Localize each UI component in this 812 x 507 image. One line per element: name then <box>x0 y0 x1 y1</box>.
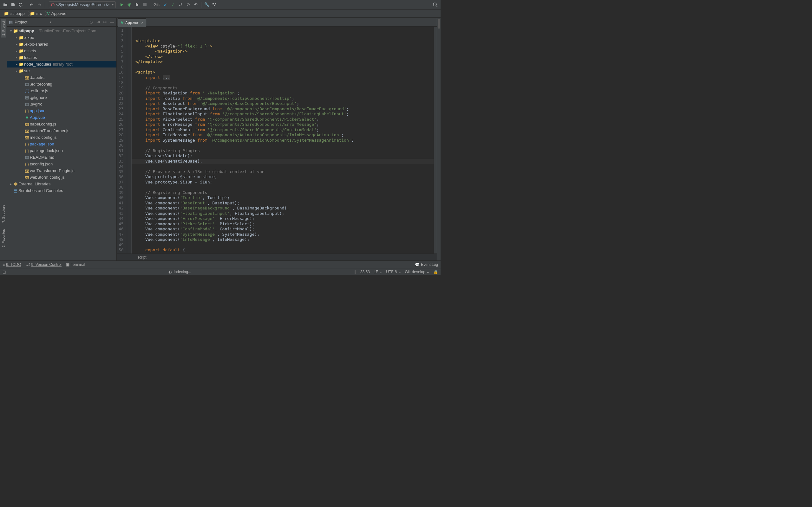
tree-row[interactable]: JS metro.config.js <box>7 134 116 141</box>
vcs-tool[interactable]: ⎇ 9: Version Control <box>26 262 61 267</box>
folder-icon: 📁 <box>30 11 35 16</box>
tree-row[interactable]: { } package-lock.json <box>7 147 116 154</box>
breadcrumb-project[interactable]: 📁 stilpapp <box>2 10 28 16</box>
expand-icon[interactable]: ▾ <box>9 29 13 33</box>
tree-label: locales <box>24 55 37 60</box>
hide-icon[interactable]: — <box>109 20 114 24</box>
todo-tool[interactable]: ≡ 6: TODO <box>3 262 21 267</box>
line-gutter: 1 2 3 4 5 6 7 8 16 17 18 19 20 21 22 23 … <box>117 26 127 253</box>
status-right: ║ 33:53 LF ⌄ UTF-8 ⌄ Git: develop ⌄ 🔒 <box>354 270 438 274</box>
tree-row[interactable]: JS webStorm.config.js <box>7 174 116 181</box>
project-panel-title[interactable]: Project <box>14 20 48 24</box>
tab-app-vue[interactable]: V App.vue × <box>118 18 146 26</box>
forward-icon[interactable] <box>36 1 43 8</box>
tree-row[interactable]: { } package.json <box>7 141 116 147</box>
tree-row[interactable]: ▸ 📁 .expo-shared <box>7 41 116 48</box>
breadcrumb-folder[interactable]: 📁 src <box>28 10 45 16</box>
lock-icon[interactable]: 🔒 <box>433 270 438 274</box>
open-icon[interactable] <box>2 1 9 8</box>
close-icon[interactable]: × <box>141 20 143 25</box>
editor-breadcrumb[interactable]: script <box>117 253 437 261</box>
file-type-icon: { } <box>24 162 30 166</box>
svg-rect-3 <box>215 3 216 4</box>
git-compare-icon[interactable]: ⇄ <box>177 1 184 8</box>
expand-icon[interactable]: ▸ <box>14 56 18 59</box>
collapse-icon[interactable]: ⇥ <box>96 20 101 24</box>
save-icon[interactable] <box>9 1 16 8</box>
file-type-icon: ▤ <box>24 82 30 87</box>
tree-row[interactable]: ▸ ⬢ External Libraries <box>7 181 116 187</box>
tree-row[interactable]: ▸ 📁 src <box>7 67 116 74</box>
expand-icon[interactable]: ▸ <box>14 49 18 53</box>
project-view-icon[interactable]: ▤ <box>9 20 13 24</box>
eventlog-tool[interactable]: 💬 Event Log <box>415 262 438 267</box>
search-icon[interactable] <box>432 1 439 8</box>
expand-icon[interactable]: ▸ <box>14 62 18 66</box>
caret-position[interactable]: 33:53 <box>360 270 370 274</box>
git-branch[interactable]: Git: develop ⌄ <box>405 270 429 274</box>
fold-gutter[interactable] <box>127 26 132 253</box>
tree-row[interactable]: JS babel.config.js <box>7 121 116 127</box>
status-icon[interactable]: ▢ <box>3 270 6 274</box>
tree-row[interactable]: { } tsconfig.json <box>7 161 116 167</box>
debug-icon[interactable] <box>126 1 133 8</box>
file-type-icon: ▤ <box>24 102 30 107</box>
favorites-tool-tab[interactable]: 2: Favorites <box>1 227 6 249</box>
expand-icon[interactable]: ▸ <box>9 182 13 186</box>
stop-icon[interactable] <box>141 1 148 8</box>
tree-hint: library root <box>53 62 72 66</box>
tree-row[interactable]: ▸ 📁 assets <box>7 48 116 54</box>
tree-row[interactable]: JS customTransformer.js <box>7 127 116 134</box>
expand-icon[interactable]: ▸ <box>14 36 18 39</box>
run-config-selector[interactable]: ⬡ <SynopsisMessageScreen /> ▾ <box>49 1 116 8</box>
refresh-icon[interactable] <box>17 1 24 8</box>
tree-row[interactable]: JS .babelrc <box>7 74 116 81</box>
bottom-tool-stripe: ≡ 6: TODO ⎇ 9: Version Control ▣ Termina… <box>0 261 441 268</box>
project-tool-tab[interactable]: 1: Project <box>1 19 6 38</box>
settings-icon[interactable]: 🔧 <box>203 1 210 8</box>
error-stripe[interactable] <box>434 26 437 253</box>
project-tree[interactable]: ▾ 📁 stilpapp ~/Public/Front-End/Projects… <box>7 26 116 261</box>
expand-icon[interactable]: ▸ <box>14 69 18 72</box>
git-revert-icon[interactable]: ↶ <box>192 1 199 8</box>
git-commit-icon[interactable]: ✓ <box>169 1 176 8</box>
line-separator[interactable]: LF ⌄ <box>374 270 382 274</box>
tree-row[interactable]: ▸ 📁 .expo <box>7 34 116 41</box>
tree-row[interactable]: JS vueTransformerPlugin.js <box>7 167 116 174</box>
tree-row[interactable]: ▾ 📁 stilpapp ~/Public/Front-End/Projects… <box>7 27 116 34</box>
tree-row[interactable]: ▤ .gitignore <box>7 94 116 101</box>
tree-row[interactable]: ▸ 📁 locales <box>7 54 116 61</box>
tree-label: .babelrc <box>30 75 44 80</box>
tree-label: .gitignore <box>30 95 47 100</box>
tree-row[interactable]: ▤ Scratches and Consoles <box>7 187 116 194</box>
tree-row[interactable]: ▸ 📁 node_modules library root <box>7 61 116 67</box>
tree-row[interactable]: V App.vue <box>7 114 116 121</box>
tree-row[interactable]: ▤ .svgrrc <box>7 101 116 107</box>
left-tool-stripe: 1: Project 7: Structure 2: Favorites <box>0 18 7 261</box>
expand-icon[interactable]: ▸ <box>14 43 18 46</box>
locate-icon[interactable]: ⊙ <box>89 20 94 24</box>
file-type-icon: ◯ <box>24 89 30 93</box>
chevron-down-icon[interactable]: ▾ <box>50 20 51 24</box>
terminal-tool[interactable]: ▣ Terminal <box>66 262 85 267</box>
encoding[interactable]: UTF-8 ⌄ <box>386 270 401 274</box>
structure-icon[interactable] <box>211 1 218 8</box>
tree-row[interactable]: { } app.json <box>7 107 116 114</box>
gear-icon[interactable]: ⚙ <box>102 20 107 24</box>
run-icon[interactable] <box>118 1 125 8</box>
tree-row[interactable]: ◯ .eslintrc.js <box>7 88 116 94</box>
coverage-icon[interactable] <box>134 1 141 8</box>
breadcrumb-file[interactable]: V App.vue <box>45 10 69 16</box>
code-content[interactable]: <template> <view :style="{ flex: 1 }"> <… <box>132 26 434 253</box>
git-history-icon[interactable]: ⊙ <box>185 1 192 8</box>
tree-row[interactable]: ▤ README.md <box>7 154 116 161</box>
structure-tool-tab[interactable]: 7: Structure <box>1 203 6 225</box>
file-type-icon: 📁 <box>13 29 18 33</box>
code-editor[interactable]: 1 2 3 4 5 6 7 8 16 17 18 19 20 21 22 23 … <box>117 26 437 253</box>
back-icon[interactable] <box>28 1 35 8</box>
tree-row[interactable]: ▤ .editorconfig <box>7 81 116 88</box>
minimap-marker <box>438 19 440 29</box>
file-type-icon: { } <box>24 142 30 147</box>
git-update-icon[interactable]: ↙ <box>162 1 169 8</box>
tree-label: app.json <box>30 108 45 113</box>
